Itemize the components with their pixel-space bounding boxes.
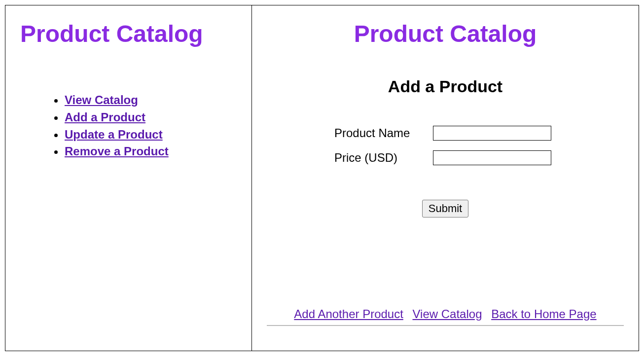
nav-link-view-catalog[interactable]: View Catalog bbox=[65, 93, 138, 107]
nav-item-view-catalog: View Catalog bbox=[65, 92, 237, 109]
footer-link-add-another[interactable]: Add Another Product bbox=[294, 307, 403, 321]
price-input[interactable] bbox=[433, 150, 551, 165]
two-panel-layout: Product Catalog View Catalog Add a Produ… bbox=[5, 5, 639, 351]
nav-list: View Catalog Add a Product Update a Prod… bbox=[65, 92, 237, 160]
nav-item-add-product: Add a Product bbox=[65, 109, 237, 126]
left-title: Product Catalog bbox=[20, 20, 237, 47]
nav-item-update-product: Update a Product bbox=[65, 126, 237, 144]
right-panel: Product Catalog Add a Product Product Na… bbox=[252, 5, 639, 351]
section-title-add-product: Add a Product bbox=[388, 77, 502, 96]
nav-link-remove-product[interactable]: Remove a Product bbox=[65, 144, 169, 158]
price-label: Price (USD) bbox=[334, 151, 433, 165]
nav-item-remove-product: Remove a Product bbox=[65, 143, 237, 160]
product-name-input[interactable] bbox=[433, 126, 551, 141]
product-name-label: Product Name bbox=[334, 126, 433, 140]
add-product-form: Product Name Price (USD) bbox=[334, 126, 556, 165]
right-title: Product Catalog bbox=[354, 20, 537, 47]
nav-link-update-product[interactable]: Update a Product bbox=[65, 128, 163, 141]
footer-link-view-catalog[interactable]: View Catalog bbox=[413, 307, 482, 321]
nav-link-add-product[interactable]: Add a Product bbox=[65, 110, 145, 124]
submit-button[interactable]: Submit bbox=[422, 200, 468, 217]
footer-divider bbox=[267, 325, 624, 326]
footer-links: Add Another Product View Catalog Back to… bbox=[252, 307, 639, 321]
left-panel: Product Catalog View Catalog Add a Produ… bbox=[5, 5, 252, 351]
footer-link-back-home[interactable]: Back to Home Page bbox=[491, 307, 596, 321]
